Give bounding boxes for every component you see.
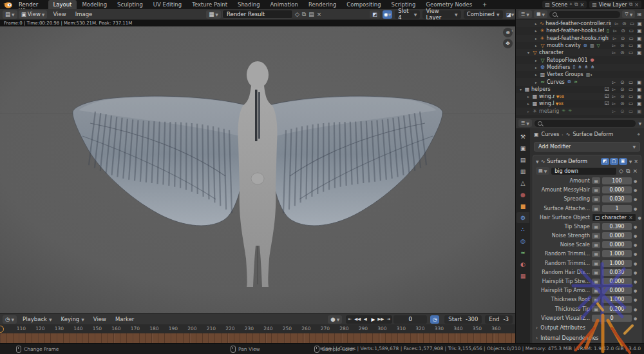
tab-world[interactable]: ● bbox=[516, 189, 529, 200]
expand-icon[interactable]: ▸ bbox=[534, 21, 538, 26]
input-socket-icon[interactable]: ▤ bbox=[592, 306, 600, 312]
disable-viewport-toggle[interactable]: ▭ bbox=[627, 43, 634, 48]
disable-viewport-toggle[interactable]: ▭ bbox=[628, 28, 635, 34]
value-slider[interactable]: 0.030 bbox=[602, 269, 632, 276]
workspace-tab-shading[interactable]: Shading bbox=[232, 0, 265, 9]
clear-icon[interactable]: × bbox=[632, 168, 638, 174]
timeline-menu-view[interactable]: View bbox=[89, 316, 111, 322]
display-channels-button[interactable]: ◪▼ bbox=[506, 10, 515, 19]
tab-output[interactable]: ▤ bbox=[516, 154, 529, 165]
menu-render[interactable]: Render bbox=[15, 1, 44, 8]
tab-object-data[interactable]: ≈ bbox=[516, 247, 529, 258]
expand-icon[interactable]: ▸ bbox=[534, 80, 538, 84]
input-socket-icon[interactable]: ▤ bbox=[592, 205, 600, 211]
select-toggle[interactable]: ▻ bbox=[614, 21, 620, 26]
value-slider[interactable]: 1 bbox=[602, 205, 632, 212]
hide-toggle[interactable]: ⊙ bbox=[619, 50, 626, 55]
animate-decorator[interactable]: ● bbox=[634, 307, 637, 311]
workspace-tab-compositing[interactable]: Compositing bbox=[341, 0, 386, 9]
new-viewlayer-icon[interactable]: ⧉ bbox=[629, 1, 633, 8]
collapse-icon[interactable]: ▾ bbox=[518, 87, 523, 92]
input-socket-icon[interactable]: ▤ bbox=[592, 297, 600, 303]
disable-render-toggle[interactable]: ▣ bbox=[636, 43, 643, 48]
input-socket-icon[interactable]: ▤ bbox=[592, 242, 600, 248]
value-slider[interactable]: 0.030 bbox=[602, 195, 632, 202]
hide-toggle[interactable]: ⊙ bbox=[619, 108, 626, 114]
value-slider[interactable]: 0.390 bbox=[602, 223, 632, 230]
modifier-extras-icon[interactable]: ▼ bbox=[629, 159, 632, 164]
modifier-list-button[interactable]: ▤▼ bbox=[536, 167, 549, 175]
next-keyframe-button[interactable]: ▶▶ bbox=[377, 317, 384, 322]
input-socket-icon[interactable]: ▤ bbox=[592, 260, 600, 266]
exclude-checkbox[interactable]: ☑ bbox=[605, 86, 609, 92]
value-slider[interactable]: 100 bbox=[602, 177, 632, 184]
hide-toggle[interactable]: ⊙ bbox=[619, 79, 626, 85]
select-toggle[interactable]: ▻ bbox=[612, 28, 619, 34]
workspace-tab-uv-editing[interactable]: UV Editing bbox=[148, 0, 187, 9]
select-toggle[interactable]: ▻ bbox=[611, 108, 618, 114]
animate-decorator[interactable]: ● bbox=[634, 197, 637, 201]
render-pass-select[interactable]: Combined▼ bbox=[464, 10, 503, 19]
new-image-icon[interactable]: ⧉ bbox=[301, 11, 307, 18]
animate-decorator[interactable]: ● bbox=[634, 242, 637, 247]
collapse-icon[interactable]: ▾ bbox=[526, 50, 531, 55]
input-socket-icon[interactable]: ▤ bbox=[592, 233, 600, 239]
hide-toggle[interactable]: ⊙ bbox=[620, 28, 627, 34]
new-collection-button[interactable]: ⊞ bbox=[637, 12, 641, 17]
expand-icon[interactable]: ▸ bbox=[534, 65, 538, 70]
subpanel-output-attributes[interactable]: ›Output Attributes bbox=[536, 324, 638, 332]
pin-scene-icon[interactable]: ⌖ bbox=[569, 1, 573, 8]
outliner-item-mouth-cavity[interactable]: ▸▽mouth cavity⚙▥▽▻⊙▭▣ bbox=[516, 42, 644, 49]
jump-to-start-button[interactable]: ⇤ bbox=[346, 317, 354, 322]
tab-tool[interactable]: ⚒ bbox=[516, 131, 529, 142]
input-socket-icon[interactable]: ▤ bbox=[592, 177, 600, 184]
outliner-item-wing-l[interactable]: ▸▦wing.l▼98☑▻⊙▭▣ bbox=[516, 100, 644, 107]
animate-decorator[interactable]: ● bbox=[634, 297, 637, 302]
keyframe-band[interactable] bbox=[0, 333, 515, 343]
pin-id-icon[interactable]: ⌖ bbox=[637, 132, 640, 138]
outliner-item-vertex-groups[interactable]: ▸▥Vertex Groups▥₃ bbox=[516, 71, 644, 78]
expand-icon[interactable]: ▸ bbox=[526, 101, 531, 106]
breadcrumb-object[interactable]: Curves bbox=[542, 132, 560, 137]
input-socket-icon[interactable]: ▤ bbox=[592, 288, 600, 294]
tab-view-layer[interactable]: ▥ bbox=[516, 166, 529, 177]
disable-viewport-toggle[interactable]: ▭ bbox=[627, 79, 634, 85]
tab-scene[interactable]: △ bbox=[516, 177, 529, 188]
hide-toggle[interactable]: ⊙ bbox=[620, 35, 627, 41]
editor-type-button[interactable]: ▤▼ bbox=[3, 10, 17, 19]
value-slider[interactable]: 0.000 bbox=[602, 232, 632, 239]
expand-icon[interactable]: ▸ bbox=[534, 28, 538, 33]
animate-decorator[interactable]: ● bbox=[638, 215, 641, 220]
animate-decorator[interactable]: ● bbox=[634, 279, 637, 284]
value-slider[interactable]: 0.000 bbox=[602, 278, 632, 285]
animate-decorator[interactable]: ● bbox=[634, 316, 637, 320]
render-toggle[interactable]: ▣ bbox=[619, 158, 627, 165]
animate-decorator[interactable]: ● bbox=[634, 224, 637, 229]
view-gizmos-toggle[interactable]: ◩ bbox=[370, 10, 379, 19]
input-socket-icon[interactable]: ▤ bbox=[592, 187, 600, 193]
use-preview-range-toggle[interactable]: ◷ bbox=[430, 315, 439, 324]
select-toggle[interactable]: ▻ bbox=[611, 79, 618, 85]
outliner-item-wing-r[interactable]: ▸▦wing.r▼98☑▻⊙▭▣ bbox=[516, 93, 644, 100]
disable-viewport-toggle[interactable]: ▭ bbox=[628, 35, 635, 41]
value-slider[interactable]: 0.000 bbox=[602, 241, 632, 248]
add-workspace-button[interactable]: + bbox=[477, 0, 492, 9]
delete-viewlayer-icon[interactable]: × bbox=[634, 2, 639, 8]
collapse-sidebar-icon[interactable]: ‹ bbox=[511, 28, 513, 34]
tab-material[interactable]: ◐ bbox=[516, 259, 529, 270]
delete-modifier-icon[interactable]: × bbox=[634, 159, 638, 164]
disable-render-toggle[interactable]: ▣ bbox=[636, 35, 643, 41]
workspace-tab-texture-paint[interactable]: Texture Paint bbox=[187, 0, 232, 9]
disable-render-toggle[interactable]: ▣ bbox=[636, 28, 643, 34]
object-picker[interactable]: ▢character× bbox=[592, 213, 636, 222]
input-socket-icon[interactable]: ▤ bbox=[592, 251, 600, 257]
tab-particles[interactable]: ∴ bbox=[516, 224, 529, 235]
exclude-checkbox[interactable]: ☑ bbox=[605, 93, 609, 99]
value-slider[interactable]: 0.000 bbox=[602, 287, 632, 294]
properties-options-toggle[interactable]: ▼ bbox=[638, 121, 641, 126]
render-slot-select[interactable]: Slot 4▼ bbox=[395, 10, 420, 19]
add-modifier-button[interactable]: Add Modifier ▼ bbox=[534, 142, 640, 152]
frame-end-field[interactable]: End -3 bbox=[485, 315, 513, 324]
timeline-menu-keying[interactable]: Keying▼ bbox=[57, 316, 89, 322]
disable-render-toggle[interactable]: ▣ bbox=[636, 93, 643, 99]
